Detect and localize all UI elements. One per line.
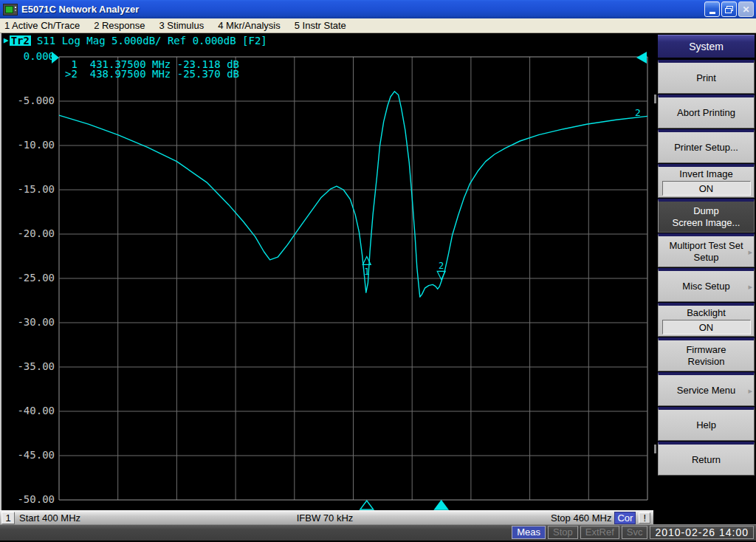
stop-frequency: Stop 460 MHz bbox=[551, 512, 611, 524]
stimulus-marker-1-icon[interactable] bbox=[360, 501, 374, 510]
ifbw-value: IFBW 70 kHz bbox=[297, 512, 354, 524]
status-svc: Svc bbox=[622, 526, 648, 539]
softkey-label: Setup bbox=[694, 252, 719, 264]
marker-readout-row-2: >2 438.97500 MHz -25.370 dB bbox=[65, 69, 239, 79]
softkey-service-menu[interactable]: Service Menu▸ bbox=[658, 372, 755, 406]
y-axis-label: -35.00 bbox=[1, 361, 55, 371]
marker-readout: 1 431.37500 MHz -23.118 dB>2 438.97500 M… bbox=[65, 60, 239, 79]
y-axis-label: -40.00 bbox=[1, 405, 55, 416]
instrument-status-bar: MeasStopExtRefSvc 2010-02-26 14:00 bbox=[0, 524, 756, 542]
menu-item-4-mkr-analysis[interactable]: 4 Mkr/Analysis bbox=[213, 20, 290, 31]
softkey-abort-printing[interactable]: Abort Printing bbox=[658, 95, 755, 128]
y-axis-label: -45.00 bbox=[1, 450, 55, 460]
softkey-invert-image[interactable]: Invert ImageON bbox=[658, 164, 755, 198]
warning-indicator: ! bbox=[639, 512, 650, 524]
submenu-arrow-icon: ▸ bbox=[748, 281, 752, 291]
s11-plot: 212 bbox=[0, 33, 653, 510]
y-axis-label: -30.00 bbox=[1, 317, 55, 327]
softkey-value-box: ON bbox=[662, 320, 751, 335]
submenu-arrow-icon: ▸ bbox=[748, 385, 752, 395]
close-icon: ✕ bbox=[742, 5, 749, 14]
softkey-help[interactable]: Help bbox=[658, 407, 755, 441]
y-axis-label: 0.000 bbox=[1, 51, 55, 61]
menu-item-1-active-ch-trace[interactable]: 1 Active Ch/Trace bbox=[0, 20, 89, 31]
y-axis-label: -20.00 bbox=[1, 228, 55, 239]
softkey-print[interactable]: Print bbox=[658, 60, 755, 94]
y-axis-label: -50.00 bbox=[1, 494, 55, 504]
restore-icon bbox=[724, 5, 734, 14]
softkey-backlight[interactable]: BacklightON bbox=[658, 303, 755, 337]
marker-1-number: 1 bbox=[364, 267, 369, 277]
softkey-label: Firmware bbox=[686, 344, 726, 356]
start-frequency: Start 400 MHz bbox=[19, 512, 80, 524]
close-button[interactable]: ✕ bbox=[738, 1, 754, 17]
active-trace-pointer-icon: ▶ bbox=[4, 35, 9, 46]
correction-indicator: Cor bbox=[614, 512, 636, 524]
softkey-label: Print bbox=[696, 72, 716, 84]
softkey-label: Service Menu bbox=[677, 385, 735, 397]
softkey-label: Misc Setup bbox=[682, 281, 729, 292]
softkey-label: Printer Setup... bbox=[674, 142, 738, 154]
softkey-panel: System PrintAbort PrintingPrinter Setup.… bbox=[653, 33, 756, 524]
softkey-printer-setup[interactable]: Printer Setup... bbox=[658, 129, 755, 163]
softkey-menu-title: System bbox=[658, 35, 755, 58]
softkey-label: Dump bbox=[693, 205, 719, 217]
softkey-value-box: ON bbox=[662, 181, 751, 196]
softkey-label: Invert Image bbox=[679, 168, 732, 180]
channel-number: 1 bbox=[1, 512, 15, 524]
y-axis-label: -25.00 bbox=[1, 272, 55, 283]
softkey-multiport-test-set-setup[interactable]: Multiport Test SetSetup▸ bbox=[658, 233, 755, 267]
status-meas: Meas bbox=[512, 526, 546, 539]
softkey-firmware-revision[interactable]: FirmwareRevision bbox=[658, 337, 755, 371]
marker-2-number: 2 bbox=[439, 261, 444, 271]
softkey-label: Screen Image... bbox=[673, 217, 740, 229]
softkey-label: Revision bbox=[688, 356, 725, 368]
restore-button[interactable] bbox=[721, 1, 737, 17]
trace-end-label: 2 bbox=[635, 107, 641, 118]
y-axis-label: -10.00 bbox=[1, 140, 55, 150]
trace-header[interactable]: ▶ Tr2 S11 Log Mag 5.000dB/ Ref 0.000dB [… bbox=[4, 35, 267, 46]
trace-format-text: S11 Log Mag 5.000dB/ Ref 0.000dB [F2] bbox=[37, 35, 267, 46]
softkey-label: Multiport Test Set bbox=[669, 240, 743, 252]
minimize-icon bbox=[709, 12, 715, 14]
y-axis-label: -15.00 bbox=[1, 184, 55, 194]
minimize-button[interactable] bbox=[704, 1, 720, 17]
menu-item-2-response[interactable]: 2 Response bbox=[89, 20, 154, 31]
app-window: E5071C Network Analyzer ✕ 1 Active Ch/Tr… bbox=[0, 0, 756, 542]
y-axis-label: -5.000 bbox=[1, 95, 55, 106]
clock: 2010-02-26 14:00 bbox=[650, 526, 754, 539]
analyzer-display: 212 ▶ Tr2 S11 Log Mag 5.000dB/ Ref 0.000… bbox=[0, 33, 653, 510]
status-extref: ExtRef bbox=[580, 526, 619, 539]
menu-item-5-instr-state[interactable]: 5 Instr State bbox=[290, 20, 356, 31]
softkey-label: Abort Printing bbox=[677, 107, 735, 119]
app-icon bbox=[3, 4, 18, 16]
trace-label: Tr2 bbox=[10, 35, 31, 46]
softkey-label: Help bbox=[696, 419, 716, 431]
channel-status-bar: 1 Start 400 MHz IFBW 70 kHz Stop 460 MHz… bbox=[0, 510, 653, 524]
status-stop: Stop bbox=[548, 526, 578, 539]
menu-bar: 1 Active Ch/Trace2 Response3 Stimulus4 M… bbox=[0, 18, 756, 33]
softkey-return[interactable]: Return bbox=[658, 442, 755, 476]
titlebar: E5071C Network Analyzer ✕ bbox=[0, 0, 756, 18]
submenu-arrow-icon: ▸ bbox=[748, 247, 752, 256]
softkey-label: Backlight bbox=[687, 307, 726, 319]
ref-level-pointer-right-icon bbox=[636, 52, 647, 64]
softkey-label: Return bbox=[692, 454, 721, 466]
softkey-misc-setup[interactable]: Misc Setup▸ bbox=[658, 268, 755, 302]
menu-item-3-stimulus[interactable]: 3 Stimulus bbox=[155, 20, 214, 31]
window-title: E5071C Network Analyzer bbox=[21, 4, 139, 15]
stimulus-marker-2-icon[interactable] bbox=[435, 501, 448, 510]
softkey-dump-screen-image[interactable]: DumpScreen Image... bbox=[658, 199, 755, 233]
